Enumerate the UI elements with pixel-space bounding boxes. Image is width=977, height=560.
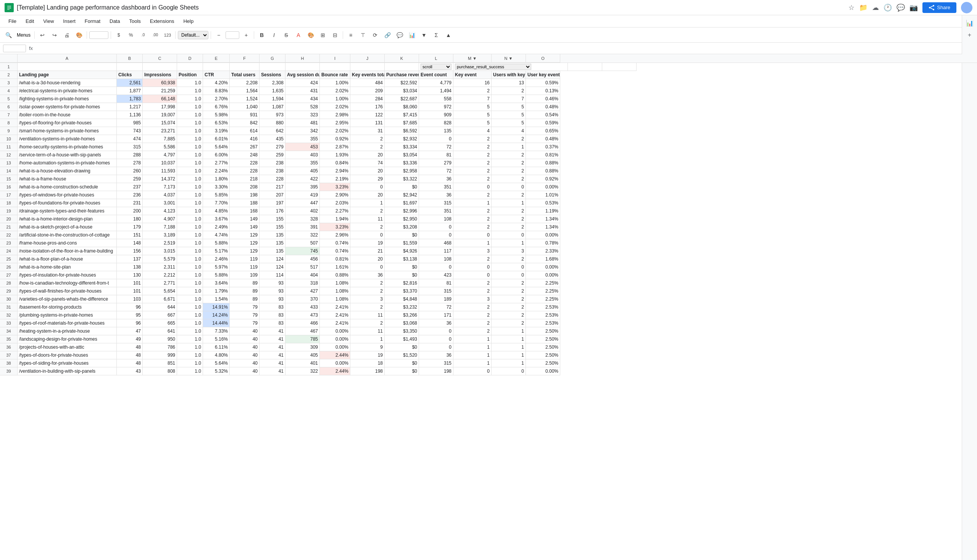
font-size-inc[interactable]: + [241, 30, 252, 40]
cell-7-C[interactable]: 19,007 [143, 111, 177, 119]
cell-7-I[interactable]: 2.98% [320, 111, 350, 119]
cell-24-N[interactable]: 3 [491, 247, 526, 255]
cell-32-J[interactable]: 11 [350, 311, 385, 319]
header-cell-G[interactable]: Sessions [259, 71, 286, 79]
cell-39-E[interactable]: 5.32% [203, 367, 230, 375]
cell-26-D[interactable]: 1.0 [177, 263, 203, 271]
cell-23-B[interactable]: 148 [117, 239, 143, 247]
cell-29-H[interactable]: 427 [286, 287, 320, 295]
cell-30-A[interactable]: /varieties-of-sip-panels-whats-the-diffe… [18, 295, 117, 303]
cell-8-B[interactable]: 985 [117, 119, 143, 127]
cell-31-E[interactable]: 14.91% [203, 303, 230, 311]
cell-36-I[interactable]: 0.00% [320, 343, 350, 351]
cell-16-D[interactable]: 1.0 [177, 183, 203, 191]
cell-16-K[interactable]: $0 [385, 183, 419, 191]
cell-29-E[interactable]: 1.79% [203, 287, 230, 295]
cell-1-K[interactable] [385, 63, 419, 71]
cell-26-I[interactable]: 1.61% [320, 263, 350, 271]
header-cell-C[interactable]: Impressions [143, 71, 177, 79]
cell-16-C[interactable]: 7,173 [143, 183, 177, 191]
cell-27-I[interactable]: 0.88% [320, 271, 350, 279]
paint-format-button[interactable]: 🎨 [73, 30, 84, 40]
cell-38-I[interactable]: 0.00% [320, 359, 350, 367]
header-cell-K[interactable]: Purchase revenue [385, 71, 419, 79]
cell-36-F[interactable]: 40 [230, 343, 259, 351]
cell-24-I[interactable]: 0.74% [320, 247, 350, 255]
cell-13-D[interactable]: 1.0 [177, 159, 203, 167]
cell-23-A[interactable]: /frame-house-pros-and-cons [18, 239, 117, 247]
cell-12-N[interactable]: 2 [491, 151, 526, 159]
cell-12-B[interactable]: 288 [117, 151, 143, 159]
cell-16-N[interactable]: 0 [491, 183, 526, 191]
cell-20-M[interactable]: 2 [453, 215, 491, 223]
cell-17-O[interactable]: 1.01% [526, 191, 560, 199]
cell-9-D[interactable]: 1.0 [177, 127, 203, 135]
cell-30-O[interactable]: 2.25% [526, 295, 560, 303]
cell-32-E[interactable]: 14.24% [203, 311, 230, 319]
cell-4-B[interactable]: 1,877 [117, 87, 143, 95]
cell-26-M[interactable]: 0 [453, 263, 491, 271]
cell-20-K[interactable]: $2,950 [385, 215, 419, 223]
cell-12-H[interactable]: 403 [286, 151, 320, 159]
cell-28-H[interactable]: 318 [286, 279, 320, 287]
cell-10-N[interactable]: 2 [491, 135, 526, 143]
cell-3-K[interactable]: $22,592 [385, 79, 419, 87]
cell-1-F[interactable] [230, 63, 259, 71]
cell-23-C[interactable]: 2,519 [143, 239, 177, 247]
cell-11-A[interactable]: /home-security-systems-in-private-homes [18, 143, 117, 151]
col-header-L[interactable]: L [419, 54, 453, 63]
cell-17-N[interactable]: 2 [491, 191, 526, 199]
cell-39-A[interactable]: /ventilation-in-building-with-sip-panels [18, 367, 117, 375]
cell-21-N[interactable]: 2 [491, 223, 526, 231]
cell-28-B[interactable]: 101 [117, 279, 143, 287]
cell-5-B[interactable]: 1,783 [117, 95, 143, 103]
cell-19-E[interactable]: 4.85% [203, 207, 230, 215]
cell-26-J[interactable]: 0 [350, 263, 385, 271]
cell-19-B[interactable]: 200 [117, 207, 143, 215]
cell-10-K[interactable]: $2,932 [385, 135, 419, 143]
cell-22-L[interactable]: 0 [419, 231, 453, 239]
cell-6-L[interactable]: 972 [419, 103, 453, 111]
cell-10-B[interactable]: 474 [117, 135, 143, 143]
cell-3-D[interactable]: 1.0 [177, 79, 203, 87]
align-button[interactable]: ≡ [346, 30, 356, 40]
cell-31-M[interactable]: 2 [453, 303, 491, 311]
user-avatar[interactable] [961, 2, 972, 13]
cell-24-M[interactable]: 3 [453, 247, 491, 255]
cell-18-B[interactable]: 231 [117, 199, 143, 207]
cell-9-F[interactable]: 614 [230, 127, 259, 135]
cell-32-N[interactable]: 2 [491, 311, 526, 319]
cell-6-J[interactable]: 176 [350, 103, 385, 111]
cell-33-B[interactable]: 96 [117, 319, 143, 327]
cell-23-N[interactable]: 1 [491, 239, 526, 247]
cell-19-F[interactable]: 168 [230, 207, 259, 215]
cell-3-F[interactable]: 2,208 [230, 79, 259, 87]
cell-26-B[interactable]: 138 [117, 263, 143, 271]
cell-24-F[interactable]: 129 [230, 247, 259, 255]
menu-format[interactable]: Format [81, 17, 104, 25]
cell-15-M[interactable]: 2 [453, 175, 491, 183]
cell-15-B[interactable]: 259 [117, 175, 143, 183]
cell-23-K[interactable]: $1,559 [385, 239, 419, 247]
cell-18-O[interactable]: 0.53% [526, 199, 560, 207]
cell-1-C[interactable] [143, 63, 177, 71]
cell-28-C[interactable]: 2,771 [143, 279, 177, 287]
cell-8-E[interactable]: 6.53% [203, 119, 230, 127]
cell-38-M[interactable]: 1 [453, 359, 491, 367]
cell-19-O[interactable]: 1.19% [526, 207, 560, 215]
cell-16-F[interactable]: 208 [230, 183, 259, 191]
cell-34-K[interactable]: $3,350 [385, 327, 419, 335]
cell-1-M[interactable]: purchase_result_success [453, 63, 568, 71]
cell-12-J[interactable]: 20 [350, 151, 385, 159]
cell-32-G[interactable]: 83 [259, 311, 286, 319]
cell-25-C[interactable]: 5,579 [143, 255, 177, 263]
cell-22-C[interactable]: 3,189 [143, 231, 177, 239]
cell-28-O[interactable]: 2.25% [526, 279, 560, 287]
cell-33-G[interactable]: 83 [259, 319, 286, 327]
cell-16-A[interactable]: /what-is-a-home-construction-schedule [18, 183, 117, 191]
cell-17-M[interactable]: 2 [453, 191, 491, 199]
cell-4-C[interactable]: 21,259 [143, 87, 177, 95]
cell-9-K[interactable]: $6,592 [385, 127, 419, 135]
cell-20-D[interactable]: 1.0 [177, 215, 203, 223]
cell-38-L[interactable]: 315 [419, 359, 453, 367]
